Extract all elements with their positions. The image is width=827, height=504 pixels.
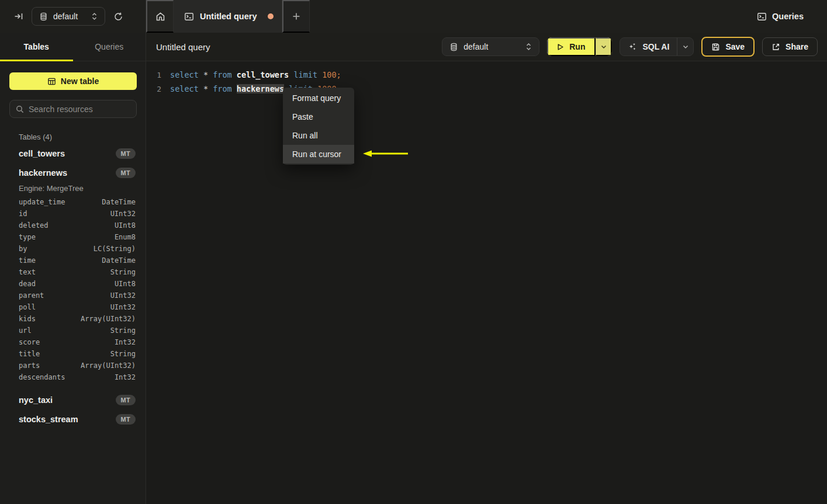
code-line: 1 select * from cell_towers limit 100; bbox=[146, 68, 827, 82]
run-button[interactable]: Run bbox=[547, 37, 596, 56]
table-engine-badge: MT bbox=[116, 395, 136, 405]
share-icon bbox=[771, 43, 780, 51]
save-button[interactable]: Save bbox=[701, 37, 755, 57]
table-row[interactable]: cell_towers MT bbox=[0, 144, 146, 163]
sql-editor[interactable]: 1 select * from cell_towers limit 100; 2… bbox=[146, 61, 827, 96]
column-row: parent UInt32 bbox=[0, 290, 146, 301]
chevron-updown-icon bbox=[525, 43, 532, 51]
code-token: hackernews bbox=[237, 84, 284, 93]
table-row[interactable]: stocks_stream MT bbox=[0, 409, 146, 429]
column-name: title bbox=[19, 350, 110, 358]
main-panel: Untitled query default bbox=[146, 33, 827, 504]
unsaved-changes-dot bbox=[268, 13, 274, 19]
sidebar-collapse-button[interactable] bbox=[14, 12, 23, 21]
code-token: from bbox=[213, 70, 232, 79]
column-type: Array(UInt32) bbox=[81, 315, 136, 323]
code-token: * bbox=[199, 70, 213, 79]
run-button-group: Run bbox=[547, 37, 612, 56]
column-name: poll bbox=[19, 303, 110, 311]
column-type: Int32 bbox=[115, 338, 136, 346]
active-tab-underline bbox=[0, 60, 73, 61]
table-engine-badge: MT bbox=[116, 148, 136, 159]
code-token: from bbox=[213, 84, 232, 93]
run-options-button[interactable] bbox=[596, 37, 612, 56]
code-token bbox=[232, 84, 237, 93]
column-name: descendants bbox=[19, 373, 115, 381]
topbar-database-selector[interactable]: default bbox=[32, 7, 105, 26]
column-row: dead UInt8 bbox=[0, 278, 146, 290]
list-gap bbox=[0, 383, 146, 390]
column-row: text String bbox=[0, 266, 146, 278]
new-tab-button[interactable] bbox=[282, 0, 310, 33]
topbar-spacer bbox=[310, 0, 757, 33]
column-name: deleted bbox=[19, 221, 115, 230]
query-database-value: default bbox=[463, 42, 520, 51]
column-name: by bbox=[19, 245, 94, 253]
code-token: * bbox=[199, 84, 213, 93]
code-token: select bbox=[170, 84, 199, 93]
sidebar-tab-queries[interactable]: Queries bbox=[73, 33, 146, 61]
column-type: UInt32 bbox=[110, 303, 136, 311]
home-button[interactable] bbox=[146, 0, 174, 33]
refresh-button[interactable] bbox=[113, 12, 123, 22]
context-menu-item[interactable]: Paste bbox=[283, 107, 354, 126]
plus-icon bbox=[292, 12, 300, 20]
new-table-label: New table bbox=[61, 77, 99, 86]
column-row: time DateTime bbox=[0, 255, 146, 266]
sql-ai-button-group: SQL AI bbox=[620, 37, 694, 56]
column-type: String bbox=[110, 326, 136, 335]
chevron-updown-icon bbox=[91, 12, 98, 20]
top-bar: default bbox=[0, 0, 827, 33]
context-menu-item[interactable]: Format query bbox=[283, 89, 354, 107]
tab-untitled-query[interactable]: Untitled query bbox=[174, 0, 282, 33]
tab-title: Untitled query bbox=[200, 12, 262, 21]
table-name: cell_towers bbox=[19, 149, 116, 158]
sql-ai-options-button[interactable] bbox=[677, 38, 693, 55]
column-type: DateTime bbox=[102, 198, 136, 206]
sql-ai-label: SQL AI bbox=[642, 42, 669, 51]
code-token bbox=[317, 70, 322, 79]
table-grid-icon bbox=[47, 77, 56, 86]
queries-button-label: Queries bbox=[772, 12, 804, 21]
code-token bbox=[232, 70, 237, 79]
column-type: UInt8 bbox=[115, 221, 136, 230]
new-table-button[interactable]: New table bbox=[9, 72, 137, 90]
sidebar-tab-tables[interactable]: Tables bbox=[0, 33, 73, 61]
search-icon bbox=[16, 105, 24, 113]
terminal-icon bbox=[184, 12, 194, 22]
context-menu-item[interactable]: Run at cursor bbox=[283, 145, 354, 164]
column-name: kids bbox=[19, 315, 81, 323]
queries-button[interactable]: Queries bbox=[757, 0, 827, 33]
table-name: stocks_stream bbox=[19, 415, 116, 424]
context-menu-item[interactable]: Run all bbox=[283, 126, 354, 145]
column-name: parent bbox=[19, 291, 110, 300]
query-header: Untitled query default bbox=[146, 33, 827, 61]
column-row: score Int32 bbox=[0, 336, 146, 348]
table-row[interactable]: nyc_taxi MT bbox=[0, 390, 146, 409]
column-type: LC(String) bbox=[94, 245, 136, 253]
save-button-label: Save bbox=[725, 42, 745, 51]
play-icon bbox=[556, 43, 564, 51]
sql-ai-button[interactable]: SQL AI bbox=[620, 38, 677, 55]
code-line: 2 select * from hackernews limit 1000 bbox=[146, 82, 827, 96]
column-row: url String bbox=[0, 325, 146, 336]
query-database-selector[interactable]: default bbox=[442, 37, 539, 56]
column-name: parts bbox=[19, 362, 81, 370]
query-header-controls: default Run bbox=[442, 37, 818, 57]
search-box bbox=[9, 100, 137, 118]
column-row: update_time DateTime bbox=[0, 196, 146, 208]
column-type: Enum8 bbox=[115, 233, 136, 241]
table-row[interactable]: hackernews MT bbox=[0, 163, 146, 182]
search-input[interactable] bbox=[29, 105, 134, 114]
tables-section-label: Tables (4) bbox=[19, 133, 146, 141]
editor-context-menu: Format query Paste Run all Run at cursor bbox=[283, 88, 354, 165]
home-icon bbox=[155, 12, 165, 22]
table-engine-label: Engine: MergeTree bbox=[0, 182, 146, 196]
column-row: id UInt32 bbox=[0, 208, 146, 220]
column-name: type bbox=[19, 233, 115, 241]
share-button[interactable]: Share bbox=[762, 37, 818, 56]
table-engine-badge: MT bbox=[116, 414, 136, 425]
query-title: Untitled query bbox=[156, 42, 442, 52]
column-name: update_time bbox=[19, 198, 102, 206]
share-button-label: Share bbox=[786, 42, 808, 51]
